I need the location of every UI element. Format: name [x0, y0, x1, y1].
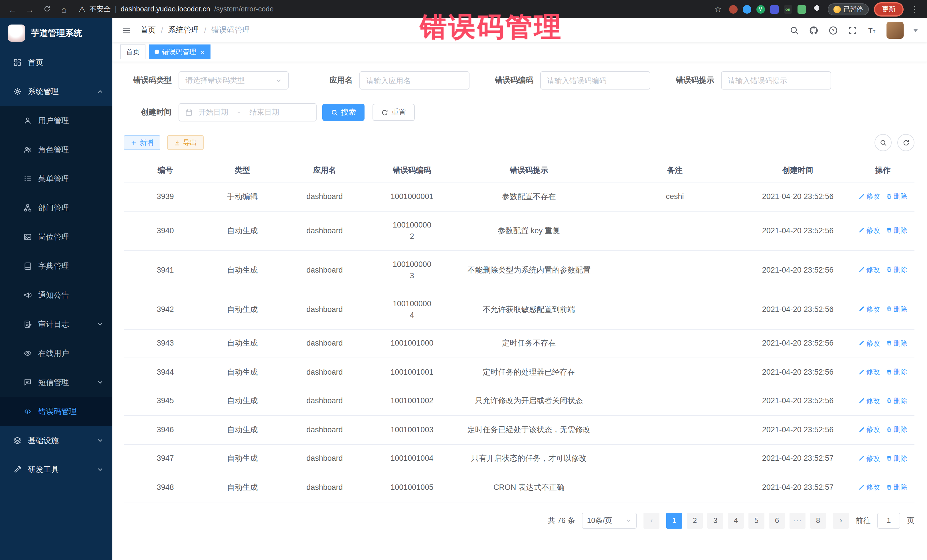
sidebar-item-label: 系统管理	[28, 87, 59, 97]
sidebar-item-post[interactable]: 岗位管理	[0, 222, 112, 252]
page-button-4[interactable]: 4	[728, 512, 744, 528]
edit-link[interactable]: 修改	[858, 481, 880, 493]
table-row: 3942自动生成dashboard100100000 4不允许获取敏感配置到前端…	[124, 290, 915, 329]
browser-menu-icon[interactable]: ⋮	[909, 5, 920, 14]
delete-link[interactable]: 删除	[886, 225, 907, 236]
sidebar-item-system[interactable]: 系统管理	[0, 77, 112, 106]
extension-icon-grid[interactable]	[770, 5, 778, 14]
page-button-5[interactable]: 5	[748, 512, 764, 528]
sidebar-item-online-user[interactable]: 在线用户	[0, 339, 112, 368]
goto-page-input[interactable]	[877, 512, 900, 528]
delete-link[interactable]: 删除	[886, 481, 907, 493]
page-size-select[interactable]: 10条/页	[582, 512, 637, 528]
paused-chip[interactable]: 已暂停	[827, 3, 869, 15]
search-icon[interactable]	[790, 25, 799, 35]
edit-link[interactable]: 修改	[858, 366, 880, 378]
sidebar-item-home[interactable]: 首页	[0, 48, 112, 77]
edit-link[interactable]: 修改	[858, 337, 880, 349]
tag-home[interactable]: 首页	[120, 44, 146, 59]
hamburger-icon[interactable]	[122, 25, 131, 35]
prev-page-button[interactable]: ‹	[643, 512, 660, 528]
delete-link[interactable]: 删除	[886, 424, 907, 435]
sidebar-item-infra[interactable]: 基础设施	[0, 426, 112, 455]
extension-icon-red[interactable]	[729, 5, 737, 14]
next-page-button[interactable]: ›	[833, 512, 849, 528]
error-code-input[interactable]	[540, 71, 650, 90]
sidebar-item-dept[interactable]: 部门管理	[0, 193, 112, 222]
reset-button[interactable]: 重置	[372, 104, 415, 121]
help-icon[interactable]: ?	[828, 25, 838, 35]
pagination-more-button[interactable]: ···	[790, 512, 805, 528]
sidebar-item-label: 基础设施	[28, 436, 59, 446]
sidebar-item-label: 审计日志	[38, 319, 69, 329]
sidebar-item-role[interactable]: 角色管理	[0, 135, 112, 164]
breadcrumb-home[interactable]: 首页	[140, 25, 156, 35]
cell-actions: 修改删除	[851, 387, 915, 416]
sidebar-item-error-code[interactable]: 错误码管理	[0, 397, 112, 426]
sidebar-item-dict[interactable]: 字典管理	[0, 252, 112, 281]
forward-icon[interactable]: →	[24, 4, 35, 14]
sidebar-item-sms[interactable]: 短信管理	[0, 368, 112, 397]
add-button[interactable]: 新增	[124, 135, 160, 150]
edit-link[interactable]: 修改	[858, 452, 880, 464]
page-button-8[interactable]: 8	[810, 512, 826, 528]
page-button-6[interactable]: 6	[769, 512, 785, 528]
edit-link[interactable]: 修改	[858, 424, 880, 435]
table-refresh-button[interactable]	[897, 134, 915, 151]
sidebar-item-user[interactable]: 用户管理	[0, 106, 112, 135]
sidebar-item-menu[interactable]: 菜单管理	[0, 164, 112, 193]
sidebar-item-label: 错误码管理	[38, 406, 77, 417]
delete-link[interactable]: 删除	[886, 304, 907, 315]
user-avatar[interactable]	[886, 22, 904, 39]
address-bar[interactable]: ⚠ 不安全 | dashboard.yudao.iocoder.cn/syste…	[79, 4, 274, 14]
search-button[interactable]: 搜索	[322, 104, 365, 121]
font-size-icon[interactable]: TT	[867, 25, 877, 35]
back-icon[interactable]: ←	[7, 4, 18, 14]
edit-link[interactable]: 修改	[858, 264, 880, 275]
cell-remark	[605, 473, 745, 502]
cell-actions: 修改删除	[851, 444, 915, 473]
cell-actions: 修改删除	[851, 250, 915, 290]
delete-link[interactable]: 删除	[886, 366, 907, 378]
home-icon[interactable]: ⌂	[58, 4, 70, 14]
page-button-3[interactable]: 3	[707, 512, 723, 528]
error-hint-input[interactable]	[721, 71, 831, 90]
extension-icon-blue[interactable]	[742, 5, 751, 14]
app-name-input[interactable]	[359, 71, 470, 90]
github-icon[interactable]	[809, 25, 819, 35]
update-button[interactable]: 更新	[874, 2, 904, 16]
error-type-select[interactable]: 请选择错误码类型	[179, 71, 289, 90]
close-icon[interactable]: ×	[200, 48, 205, 56]
tag-error-code[interactable]: 错误码管理 ×	[149, 44, 210, 59]
sidebar-item-audit-log[interactable]: 审计日志	[0, 310, 112, 339]
delete-link[interactable]: 删除	[886, 337, 907, 349]
page-button-2[interactable]: 2	[687, 512, 703, 528]
extension-icon-leaf[interactable]	[797, 5, 806, 14]
sidebar-logo[interactable]: 芋道管理系统	[0, 18, 112, 48]
chevron-down-icon	[97, 321, 103, 327]
date-range-input[interactable]: 开始日期 - 结束日期	[179, 103, 317, 121]
extension-icon-on[interactable]: on	[784, 5, 792, 14]
delete-link[interactable]: 删除	[886, 190, 907, 202]
bookmark-star-icon[interactable]: ☆	[712, 4, 723, 14]
extensions-puzzle-icon[interactable]	[811, 4, 822, 14]
sidebar-item-devtools[interactable]: 研发工具	[0, 455, 112, 484]
delete-link[interactable]: 删除	[886, 264, 907, 275]
fullscreen-icon[interactable]	[848, 25, 857, 35]
edit-link[interactable]: 修改	[858, 190, 880, 202]
delete-link[interactable]: 删除	[886, 452, 907, 464]
page-button-1[interactable]: 1	[666, 512, 682, 528]
chevron-down-icon	[275, 77, 282, 83]
reload-icon[interactable]	[41, 4, 53, 14]
sidebar-item-notice[interactable]: 通知公告	[0, 281, 112, 310]
delete-link[interactable]: 删除	[886, 395, 907, 406]
edit-link[interactable]: 修改	[858, 225, 880, 236]
chevron-down-icon[interactable]	[913, 29, 918, 32]
edit-link[interactable]: 修改	[858, 395, 880, 406]
show-search-button[interactable]	[874, 134, 892, 151]
export-button[interactable]: 导出	[167, 135, 204, 150]
breadcrumb-system[interactable]: 系统管理	[168, 25, 199, 35]
extension-icon-green[interactable]: V	[756, 5, 765, 14]
edit-link[interactable]: 修改	[858, 304, 880, 315]
audit-icon	[23, 320, 32, 329]
